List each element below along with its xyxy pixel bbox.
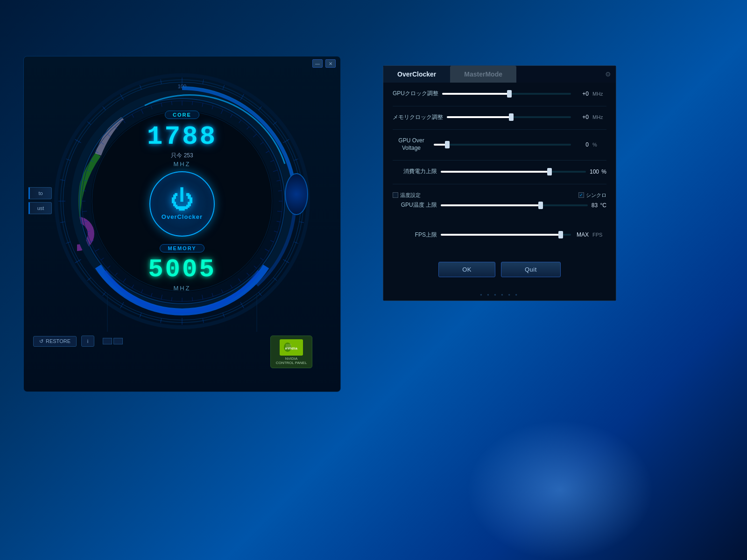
fps-unit: FPS	[592, 232, 606, 238]
svg-line-80	[115, 273, 117, 276]
panel-settings-icon: ⚙	[605, 66, 616, 83]
svg-line-87	[82, 211, 87, 211]
svg-line-44	[192, 101, 193, 105]
svg-line-101	[161, 103, 162, 107]
core-mhz: MHZ	[173, 161, 190, 168]
svg-line-52	[260, 142, 263, 145]
svg-line-68	[231, 285, 233, 288]
svg-line-47	[221, 110, 223, 114]
temp-enable-label: 温度設定	[400, 192, 421, 199]
gpu-voltage-label: GPU Over Voltage	[393, 137, 430, 152]
temp-header-row: 温度設定 ✓ シンクロ	[393, 192, 606, 199]
svg-line-56	[276, 180, 280, 181]
gpu-voltage-slider[interactable]	[434, 144, 571, 146]
svg-line-64	[260, 258, 263, 260]
svg-line-45	[202, 103, 203, 107]
svg-line-71	[202, 295, 203, 300]
power-limit-value: 100 %	[590, 168, 606, 175]
svg-line-79	[123, 279, 126, 282]
fps-limit-row: FPS上限 MAX FPS	[393, 231, 606, 239]
quit-button[interactable]: Quit	[501, 262, 561, 277]
svg-line-49	[239, 120, 241, 123]
gpu-clock-value: +0	[575, 91, 589, 97]
gpu-clock-slider[interactable]	[442, 93, 571, 95]
nvidia-logo: nVidia	[280, 339, 303, 356]
svg-line-100	[151, 106, 152, 110]
nvidia-label2: CONTROL PANEL	[276, 361, 307, 365]
svg-line-62	[270, 240, 274, 242]
svg-line-59	[277, 211, 282, 211]
power-limit-row: 消費電力上限 100 %	[393, 168, 606, 175]
tab-mastermode[interactable]: MasterMode	[450, 66, 516, 83]
fps-label: FPS上限	[393, 231, 437, 239]
svg-line-81	[107, 266, 110, 268]
svg-line-50	[247, 126, 249, 129]
temp-checkbox-area: 温度設定	[393, 192, 437, 199]
memory-badge: MEMORY	[160, 244, 204, 252]
restore-button[interactable]: ↺ RESTORE	[33, 336, 77, 347]
side-buttons: to ust	[28, 187, 52, 214]
svg-text:nVidia: nVidia	[285, 346, 298, 350]
svg-line-97	[123, 120, 126, 123]
svg-line-75	[161, 295, 162, 300]
gpu-temp-row: GPU温度 上限 83 °C	[393, 202, 606, 209]
gpu-temp-label: GPU温度 上限	[393, 202, 437, 209]
settings-gear-icon[interactable]: ⚙	[605, 70, 611, 78]
tab-overclocker[interactable]: OverClocker	[383, 66, 450, 83]
mem-clock-value: +0	[575, 114, 589, 120]
restore-label: RESTORE	[46, 338, 70, 344]
sync-area: ✓ シンクロ	[578, 192, 606, 199]
close-button[interactable]: ✕	[325, 59, 336, 68]
power-button-label: OverClocker	[162, 213, 203, 220]
svg-line-72	[192, 297, 193, 301]
svg-line-82	[101, 258, 104, 260]
mem-clock-slider[interactable]	[447, 116, 571, 118]
mem-clock-label: メモリクロック調整	[393, 114, 443, 121]
sync-label: シンクロ	[586, 192, 606, 199]
side-button-2[interactable]: ust	[28, 202, 52, 214]
power-icon: ⏻	[170, 188, 194, 211]
fps-slider[interactable]	[441, 234, 571, 236]
oc-panel: OverClocker MasterMode ⚙ GPUクロック調整 +0 MH…	[383, 65, 616, 301]
fps-value: MAX	[575, 231, 589, 238]
mem-clock-unit: MHz	[592, 114, 606, 120]
right-vent	[285, 173, 308, 215]
nvidia-control-panel-icon[interactable]: nVidia NVIDIA CONTROL PANEL	[270, 336, 312, 368]
svg-line-83	[95, 249, 99, 252]
gauge-inner: CORE 1788 只今 253 MHZ ⏻ OverClocker MEMOR…	[147, 111, 217, 292]
mem-clock-row: メモリクロック調整 +0 MHz	[393, 114, 606, 121]
svg-line-98	[132, 114, 134, 118]
minimize-button[interactable]: —	[312, 59, 323, 68]
temp-enable-checkbox[interactable]	[393, 192, 398, 198]
gpu-temp-slider[interactable]	[441, 204, 588, 206]
svg-line-55	[273, 170, 278, 172]
gpu-voltage-value: 0	[575, 141, 589, 148]
ok-button[interactable]: OK	[438, 262, 495, 277]
svg-line-60	[276, 221, 280, 222]
memory-display: MEMORY 5005 MHZ	[148, 244, 216, 292]
svg-line-76	[151, 293, 152, 297]
core-value: 1788	[147, 122, 217, 152]
core-badge: CORE	[165, 111, 199, 119]
side-button-1[interactable]: to	[28, 187, 52, 199]
info-button[interactable]: i	[81, 336, 94, 347]
gpu-clock-label: GPUクロック調整	[393, 90, 438, 98]
svg-line-54	[270, 161, 274, 162]
svg-line-53	[266, 151, 269, 153]
panel-content: GPUクロック調整 +0 MHz メモリクロック調整 +0 MHz	[383, 83, 616, 254]
power-limit-label: 消費電力上限	[393, 168, 437, 175]
svg-line-78	[132, 285, 134, 288]
svg-line-46	[212, 106, 213, 110]
power-limit-slider[interactable]	[441, 171, 586, 173]
overclocker-widget: — ✕ to ust	[23, 56, 341, 392]
svg-line-74	[172, 297, 172, 301]
memory-value: 5005	[148, 255, 216, 284]
gpu-voltage-unit: %	[592, 142, 606, 147]
sync-checkbox[interactable]: ✓	[578, 192, 584, 198]
widget-titlebar: — ✕	[24, 56, 340, 70]
nvidia-label1: NVIDIA	[276, 357, 307, 361]
svg-line-99	[141, 110, 143, 114]
panel-tabs: OverClocker MasterMode ⚙	[383, 66, 616, 83]
power-button[interactable]: ⏻ OverClocker	[149, 171, 215, 237]
gauge-area: 100	[24, 70, 340, 332]
